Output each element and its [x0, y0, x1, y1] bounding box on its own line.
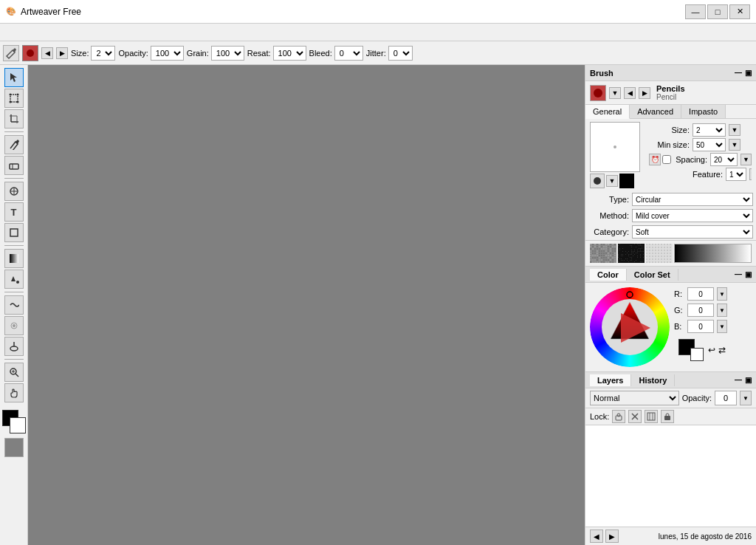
- color-swatches-toolbox: [2, 410, 26, 462]
- resat-group: Resat: 100: [247, 46, 306, 61]
- feature-setting-select[interactable]: 12: [726, 168, 746, 181]
- svg-point-3: [9, 94, 11, 96]
- minsize-arrow[interactable]: ▼: [729, 139, 740, 151]
- brush-next-preset[interactable]: ▶: [639, 87, 650, 99]
- close-button[interactable]: ✕: [729, 4, 750, 19]
- brush-general-content: ▼ Size: 248 ▼ Min size:: [585, 119, 756, 191]
- brush-preview-icon[interactable]: [590, 85, 606, 101]
- layers-panel-options[interactable]: ▣: [745, 376, 752, 384]
- lock-position-btn[interactable]: [645, 410, 658, 423]
- minsize-setting-row: Min size: 502575 ▼: [649, 138, 752, 151]
- tool-selection[interactable]: [4, 68, 24, 87]
- tool-text[interactable]: T: [4, 202, 24, 222]
- lock-transparency-btn[interactable]: [612, 410, 625, 423]
- reset-colors-btn[interactable]: ↩: [708, 345, 715, 355]
- brush-prev-button[interactable]: ◀: [41, 47, 53, 59]
- tool-smudge[interactable]: [4, 295, 24, 315]
- brush-tool-icon[interactable]: [3, 45, 19, 61]
- size-select[interactable]: 248: [91, 46, 115, 61]
- tool-crop[interactable]: [4, 109, 24, 128]
- brush-shape-btn[interactable]: [590, 174, 605, 188]
- g-label: G:: [674, 306, 684, 315]
- spacing-arrow[interactable]: ▼: [740, 154, 752, 165]
- color-tab-colorset[interactable]: Color Set: [627, 269, 678, 281]
- brush-dropdown-btn[interactable]: ▼: [609, 87, 621, 99]
- layer-nav-next[interactable]: ▶: [605, 529, 619, 543]
- tool-hand[interactable]: [4, 383, 24, 402]
- tool-transform[interactable]: [4, 89, 24, 108]
- tool-fill[interactable]: [4, 270, 24, 289]
- brush-preset-name: Pencil: [656, 93, 752, 101]
- opacity-select[interactable]: 1007550: [151, 46, 184, 61]
- lock-all-btn[interactable]: [661, 410, 674, 423]
- texture-3[interactable]: [646, 244, 673, 263]
- canvas-area[interactable]: [28, 65, 585, 545]
- lock-pixels-btn[interactable]: [628, 410, 642, 423]
- tab-impasto[interactable]: Impasto: [681, 105, 726, 118]
- spacing-setting-select[interactable]: 201030: [710, 153, 738, 166]
- tool-clone[interactable]: [4, 182, 24, 201]
- menubar: [0, 24, 756, 41]
- layers-tabs-header: Layers History: [590, 374, 675, 386]
- bleed-select[interactable]: 0510: [334, 46, 363, 61]
- tab-advanced[interactable]: Advanced: [630, 105, 681, 118]
- small-swatch-1[interactable]: [4, 438, 24, 457]
- layers-mode-select[interactable]: NormalMultiplyScreen: [590, 391, 679, 405]
- maximize-button[interactable]: □: [707, 4, 728, 19]
- minsize-setting-label: Min size:: [649, 140, 690, 149]
- layers-tab-layers[interactable]: Layers: [590, 374, 631, 386]
- brush-prev-preset[interactable]: ◀: [624, 87, 636, 99]
- panel-bg-swatch[interactable]: [690, 348, 704, 361]
- tool-shape[interactable]: [4, 223, 24, 242]
- color-panel-options[interactable]: ▣: [745, 270, 752, 278]
- size-arrow[interactable]: ▼: [729, 124, 740, 136]
- tool-blur[interactable]: [4, 316, 24, 335]
- app-title: Artweaver Free: [21, 7, 81, 17]
- spacing-checkbox[interactable]: [662, 155, 671, 164]
- brush-panel-icons: — ▣: [735, 69, 752, 77]
- layers-opacity-arrow[interactable]: ▼: [740, 391, 752, 405]
- size-setting-select[interactable]: 248: [693, 123, 726, 137]
- tool-brush[interactable]: [4, 135, 24, 154]
- tool-zoom[interactable]: [4, 363, 24, 382]
- layer-nav-prev[interactable]: ◀: [590, 529, 603, 543]
- g-input[interactable]: [687, 304, 714, 317]
- tool-gradient[interactable]: [4, 249, 24, 268]
- resat-select[interactable]: 100: [273, 46, 306, 61]
- color-tab-color[interactable]: Color: [590, 269, 627, 281]
- grain-select[interactable]: 10075: [211, 46, 244, 61]
- category-select[interactable]: SoftHardMedium: [632, 225, 753, 239]
- method-select[interactable]: Mild coverFull cover: [632, 209, 753, 222]
- color-panel-collapse[interactable]: —: [735, 270, 742, 278]
- g-arrow[interactable]: ▼: [717, 304, 727, 317]
- r-arrow[interactable]: ▼: [717, 287, 727, 301]
- tab-general[interactable]: General: [585, 105, 630, 119]
- jitter-select[interactable]: 05: [388, 46, 413, 61]
- brush-next-button[interactable]: ▶: [56, 47, 68, 59]
- resat-label: Resat:: [247, 49, 271, 58]
- brush-preset-icon[interactable]: [22, 45, 38, 61]
- brush-panel-collapse[interactable]: —: [735, 69, 742, 77]
- layers-opacity-input[interactable]: [715, 391, 737, 405]
- b-input[interactable]: [687, 320, 714, 333]
- b-arrow[interactable]: ▼: [717, 320, 727, 333]
- type-select[interactable]: CircularFlat: [632, 193, 753, 206]
- r-input[interactable]: [687, 287, 714, 301]
- spacing-clock-icon[interactable]: ⏰: [649, 154, 661, 165]
- texture-1[interactable]: [590, 244, 616, 263]
- layers-panel-collapse[interactable]: —: [735, 376, 742, 384]
- background-swatch[interactable]: [10, 417, 26, 433]
- color-wheel[interactable]: [590, 287, 670, 367]
- minsize-setting-select[interactable]: 502575: [693, 138, 726, 151]
- texture-gradient[interactable]: [674, 244, 752, 263]
- tool-eraser[interactable]: [4, 156, 24, 175]
- texture-2[interactable]: [618, 244, 645, 263]
- swap-colors-btn[interactable]: ⇄: [718, 345, 726, 355]
- layers-controls: NormalMultiplyScreen Opacity: ▼: [585, 388, 756, 408]
- layers-tab-history[interactable]: History: [631, 374, 675, 386]
- tool-dodge[interactable]: [4, 337, 24, 356]
- brush-shape-dropdown[interactable]: ▼: [606, 175, 618, 187]
- feature-arrow[interactable]: ▼: [749, 168, 752, 180]
- brush-panel-options[interactable]: ▣: [745, 69, 752, 77]
- minimize-button[interactable]: —: [685, 4, 706, 19]
